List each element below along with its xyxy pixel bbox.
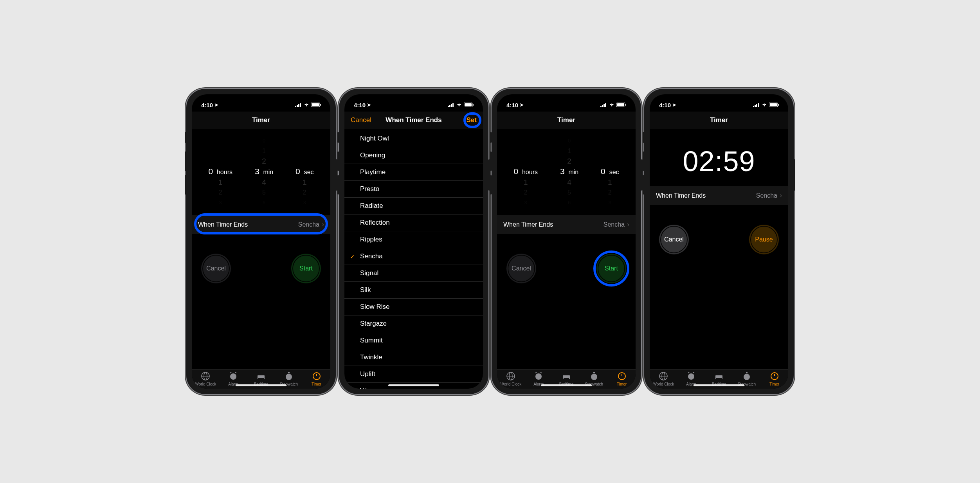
svg-point-10 [230, 373, 236, 380]
svg-rect-64 [746, 372, 748, 373]
set-button[interactable]: Set [467, 116, 477, 124]
sound-option[interactable]: Twinkle [344, 349, 483, 366]
svg-rect-5 [312, 103, 319, 106]
svg-line-12 [235, 372, 236, 373]
when-timer-ends-label: When Timer Ends [503, 221, 553, 228]
globe-icon [506, 371, 516, 381]
sound-name: Silk [360, 286, 371, 294]
sound-option[interactable]: Presto [344, 181, 483, 198]
svg-rect-29 [603, 104, 605, 107]
cancel-button[interactable]: Cancel [659, 225, 689, 254]
battery-icon [464, 103, 474, 107]
svg-rect-15 [264, 377, 265, 379]
wifi-icon [456, 103, 462, 107]
tab-world-clock[interactable]: World Clock [650, 371, 677, 386]
svg-rect-33 [625, 104, 626, 106]
battery-icon [616, 103, 626, 107]
svg-rect-22 [451, 104, 452, 107]
navbar: Timer [497, 112, 636, 129]
tab-world-clock[interactable]: World Clock [192, 371, 220, 386]
tab-timer[interactable]: Timer [760, 371, 788, 386]
home-indicator[interactable] [388, 384, 439, 386]
svg-rect-52 [770, 103, 777, 106]
cancel-button[interactable]: Cancel [351, 116, 371, 124]
svg-rect-62 [722, 377, 722, 379]
svg-rect-53 [778, 104, 779, 106]
alarm-icon [686, 371, 696, 381]
sound-name: Reflection [360, 219, 390, 227]
home-indicator[interactable] [236, 384, 286, 386]
svg-rect-26 [473, 104, 474, 106]
sound-name: Summit [360, 337, 383, 344]
when-timer-ends-row[interactable]: When Timer Ends Sencha› [192, 215, 330, 234]
sound-name: Uplift [360, 370, 375, 378]
svg-rect-49 [756, 104, 757, 107]
svg-rect-28 [602, 105, 603, 107]
start-button[interactable]: Start [291, 254, 321, 283]
stopwatch-icon [284, 371, 294, 381]
svg-rect-13 [258, 375, 265, 378]
sound-option[interactable]: Signal [344, 265, 483, 282]
svg-line-38 [535, 372, 537, 373]
checkmark-icon: ✓ [350, 253, 355, 260]
sound-option[interactable]: Night Owl [344, 130, 483, 147]
svg-point-63 [744, 374, 750, 380]
cancel-button[interactable]: Cancel [201, 254, 231, 283]
location-icon: ➤ [367, 102, 371, 108]
signal-icon [600, 103, 607, 107]
phone-frame-1: 4:10➤ Timer 0 hours123 0123 min456 0 sec… [186, 89, 336, 394]
sound-option[interactable]: Stargaze [344, 315, 483, 332]
time-picker[interactable]: 0 hours123 0123 min456 0 sec123 [192, 129, 330, 215]
tab-timer[interactable]: Timer [608, 371, 636, 386]
when-timer-ends-row[interactable]: When Timer Ends Sencha› [650, 186, 788, 205]
timer-icon [312, 371, 322, 381]
svg-point-16 [286, 374, 292, 380]
sound-option[interactable]: Uplift [344, 366, 483, 383]
svg-rect-2 [298, 104, 299, 107]
svg-rect-25 [465, 103, 472, 106]
start-button[interactable]: Start [596, 254, 626, 283]
page-title: Timer [557, 116, 575, 124]
sound-option[interactable]: ✓Sencha [344, 248, 483, 265]
wifi-icon [303, 103, 310, 107]
sound-name: Night Owl [360, 135, 389, 142]
sound-option[interactable]: Playtime [344, 164, 483, 181]
sound-name: Waves [360, 387, 380, 389]
tab-world-clock[interactable]: World Clock [497, 371, 525, 386]
svg-rect-48 [755, 105, 756, 107]
bed-icon [256, 371, 266, 381]
svg-rect-40 [563, 375, 570, 378]
tab-timer[interactable]: Timer [303, 371, 330, 386]
navbar: Timer [650, 112, 788, 129]
home-indicator[interactable] [694, 384, 744, 386]
sound-option[interactable]: Silk [344, 282, 483, 299]
countdown-display: 02:59 [650, 129, 788, 186]
home-indicator[interactable] [541, 384, 592, 386]
navbar: Timer [192, 112, 330, 129]
when-timer-ends-row[interactable]: When Timer Ends Sencha› [497, 215, 636, 234]
sound-list[interactable]: Night OwlOpeningPlaytimePrestoRadiateRef… [344, 129, 483, 389]
cancel-button[interactable]: Cancel [506, 254, 536, 283]
page-title: Timer [252, 116, 270, 124]
timer-icon [769, 371, 780, 381]
status-time: 4:10 [354, 102, 366, 108]
sound-option[interactable]: Slow Rise [344, 299, 483, 315]
time-picker[interactable]: 0 hours123 0123 min456 0 sec123 [497, 129, 636, 215]
svg-rect-23 [452, 103, 454, 107]
status-time: 4:10 [201, 102, 213, 108]
pause-button[interactable]: Pause [749, 225, 779, 254]
phone-frame-3: 4:10➤ Timer 0 hours123 0123 min456 0 sec… [492, 89, 641, 394]
svg-rect-20 [448, 106, 449, 107]
sound-option[interactable]: Reflection [344, 214, 483, 231]
svg-rect-42 [569, 377, 570, 379]
svg-line-58 [688, 372, 689, 373]
signal-icon [753, 103, 760, 107]
status-time: 4:10 [659, 102, 671, 108]
svg-rect-17 [288, 372, 290, 373]
chevron-right-icon: › [627, 220, 629, 229]
sound-option[interactable]: Ripples [344, 231, 483, 248]
sound-option[interactable]: Summit [344, 332, 483, 349]
sound-option[interactable]: Opening [344, 147, 483, 164]
sound-option[interactable]: Radiate [344, 198, 483, 214]
page-title: Timer [710, 116, 728, 124]
